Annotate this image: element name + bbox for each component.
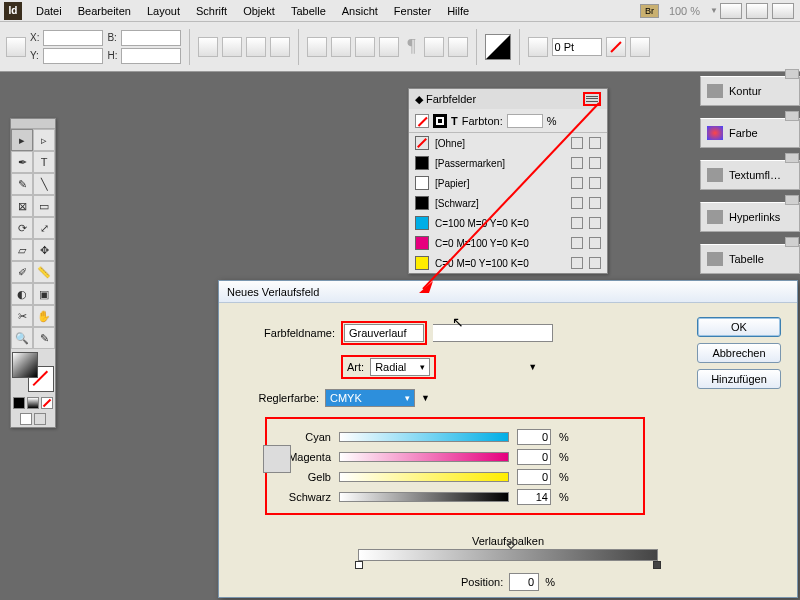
rotate-tool[interactable]: ⟳ [11, 217, 33, 239]
arrange-icon[interactable] [772, 3, 794, 19]
cancel-button[interactable]: Abbrechen [697, 343, 781, 363]
apply-gradient-icon[interactable] [27, 397, 39, 409]
measure-tool[interactable]: 📏 [33, 261, 55, 283]
flip-v-icon[interactable] [331, 37, 351, 57]
apply-none-icon[interactable] [41, 397, 53, 409]
swatches-header[interactable]: ◆Farbfelder [409, 89, 607, 109]
effects-icon[interactable] [606, 37, 626, 57]
panel-kontur[interactable]: Kontur [700, 76, 800, 106]
stroke-weight-field[interactable] [552, 38, 602, 56]
scale-tool[interactable]: ⤢ [33, 217, 55, 239]
type-select[interactable]: Radial [370, 358, 430, 376]
swatch-row[interactable]: C=0 M=0 Y=100 K=0 [409, 253, 607, 273]
normal-view-icon[interactable] [20, 413, 32, 425]
fill-stroke-toggle[interactable] [12, 352, 54, 392]
position-field[interactable] [509, 573, 539, 591]
more-icon[interactable] [630, 37, 650, 57]
toolbox-grip[interactable] [11, 119, 55, 129]
scale-y-icon[interactable] [222, 37, 242, 57]
free-transform-tool[interactable]: ✥ [33, 239, 55, 261]
button-tool[interactable]: ▣ [33, 283, 55, 305]
shear-icon[interactable] [270, 37, 290, 57]
ref-point-icon[interactable] [6, 37, 26, 57]
zoom-level[interactable]: 100 % [669, 5, 700, 17]
channel-slider[interactable] [339, 432, 509, 442]
selection-tool[interactable]: ▸ [11, 129, 33, 151]
swatch-row[interactable]: C=0 M=100 Y=0 K=0 [409, 233, 607, 253]
add-button[interactable]: Hinzufügen [697, 369, 781, 389]
panel-hyperlinks[interactable]: Hyperlinks [700, 202, 800, 232]
y-field[interactable] [43, 48, 103, 64]
gradient-ramp[interactable] [358, 549, 658, 561]
text-proxy-icon[interactable]: T [451, 115, 458, 127]
type-tool[interactable]: T [33, 151, 55, 173]
channel-value[interactable] [517, 429, 551, 445]
w-field[interactable] [121, 30, 181, 46]
rectangle-tool[interactable]: ▭ [33, 195, 55, 217]
gradient-stop-left[interactable] [355, 561, 363, 569]
channel-value[interactable] [517, 489, 551, 505]
swatch-row[interactable]: [Ohne] [409, 133, 607, 153]
line-tool[interactable]: ╲ [33, 173, 55, 195]
flip-h-icon[interactable] [307, 37, 327, 57]
x-field[interactable] [43, 30, 103, 46]
h-field[interactable] [121, 48, 181, 64]
select-content-icon[interactable] [379, 37, 399, 57]
stroke-proxy-icon[interactable] [433, 114, 447, 128]
swatch-row[interactable]: C=100 M=0 Y=0 K=0 [409, 213, 607, 233]
channel-slider[interactable] [339, 472, 509, 482]
channel-value[interactable] [517, 449, 551, 465]
name-field[interactable] [344, 324, 424, 342]
menu-bearbeiten[interactable]: Bearbeiten [70, 5, 139, 17]
menu-ansicht[interactable]: Ansicht [334, 5, 386, 17]
swatch-row[interactable]: [Passermarken] [409, 153, 607, 173]
zoom-tool[interactable]: 🔍 [11, 327, 33, 349]
rotate-icon[interactable] [246, 37, 266, 57]
menu-schrift[interactable]: Schrift [188, 5, 235, 17]
bridge-badge[interactable]: Br [640, 4, 659, 18]
swatch-row[interactable]: [Papier] [409, 173, 607, 193]
frame-tool[interactable]: ⊠ [11, 195, 33, 217]
name-field-ext[interactable] [433, 324, 553, 342]
screen-mode-icon[interactable] [746, 3, 768, 19]
direct-select-tool[interactable]: ▹ [33, 129, 55, 151]
hand-tool[interactable]: ✋ [33, 305, 55, 327]
scale-x-icon[interactable] [198, 37, 218, 57]
stopcolor-select[interactable]: CMYK [325, 389, 415, 407]
panel-tabelle[interactable]: Tabelle [700, 244, 800, 274]
dialog-titlebar[interactable]: Neues Verlaufsfeld [219, 281, 797, 303]
fill-stroke-swatch[interactable] [485, 34, 511, 60]
menu-hilfe[interactable]: Hilfe [439, 5, 477, 17]
fill-proxy-icon[interactable] [415, 114, 429, 128]
channel-value[interactable] [517, 469, 551, 485]
menu-datei[interactable]: Datei [28, 5, 70, 17]
channel-slider[interactable] [339, 452, 509, 462]
panel-textwrap[interactable]: Textumfl… [700, 160, 800, 190]
menu-objekt[interactable]: Objekt [235, 5, 283, 17]
select-container-icon[interactable] [355, 37, 375, 57]
fill-swatch[interactable] [12, 352, 38, 378]
eyedropper-tool[interactable]: ✐ [11, 261, 33, 283]
panel-menu-icon[interactable] [583, 92, 601, 106]
pencil-tool[interactable]: ✎ [11, 173, 33, 195]
menu-fenster[interactable]: Fenster [386, 5, 439, 17]
paragraph-icon[interactable]: ¶ [403, 36, 419, 57]
view-mode-icon[interactable] [720, 3, 742, 19]
gradient-tool[interactable]: ◐ [11, 283, 33, 305]
align-icon[interactable] [424, 37, 444, 57]
note-tool[interactable]: ✎ [33, 327, 55, 349]
ok-button[interactable]: OK [697, 317, 781, 337]
channel-slider[interactable] [339, 492, 509, 502]
shear-tool[interactable]: ▱ [11, 239, 33, 261]
panel-farbe[interactable]: Farbe [700, 118, 800, 148]
gradient-stop-right[interactable] [653, 561, 661, 569]
pen-tool[interactable]: ✒ [11, 151, 33, 173]
menu-tabelle[interactable]: Tabelle [283, 5, 334, 17]
distribute-icon[interactable] [448, 37, 468, 57]
apply-color-icon[interactable] [13, 397, 25, 409]
swatch-row[interactable]: [Schwarz] [409, 193, 607, 213]
tint-field[interactable] [507, 114, 543, 128]
preview-view-icon[interactable] [34, 413, 46, 425]
scissors-tool[interactable]: ✂ [11, 305, 33, 327]
menu-layout[interactable]: Layout [139, 5, 188, 17]
